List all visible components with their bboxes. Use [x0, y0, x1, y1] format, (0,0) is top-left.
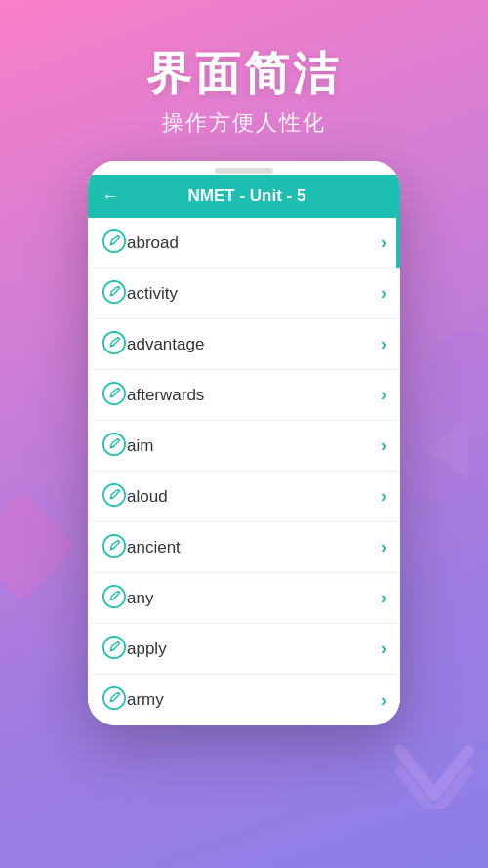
word-list: abroad› activity› advantage› afterwards›… — [88, 218, 400, 725]
word-label: advantage — [127, 335, 381, 354]
header-area: 界面简洁 操作方便人性化 — [0, 0, 488, 161]
app-header-title: NMET - Unit - 5 — [131, 186, 363, 206]
list-item[interactable]: any› — [88, 573, 400, 624]
list-item[interactable]: army› — [88, 675, 400, 725]
edit-icon — [102, 381, 127, 410]
edit-icon — [102, 685, 127, 715]
list-item[interactable]: activity› — [88, 269, 400, 319]
svg-point-8 — [103, 636, 125, 657]
edit-icon — [102, 330, 127, 359]
list-item[interactable]: aim› — [88, 421, 400, 472]
deco-circle-right — [429, 332, 488, 410]
chevron-right-icon: › — [381, 283, 386, 304]
chevron-right-icon: › — [381, 385, 386, 405]
chevron-right-icon: › — [381, 537, 386, 558]
word-label: aloud — [127, 487, 381, 507]
chevron-right-icon: › — [381, 486, 386, 507]
svg-point-7 — [103, 585, 125, 606]
list-item[interactable]: ancient› — [88, 522, 400, 573]
chevron-right-icon: › — [381, 588, 386, 608]
list-item[interactable]: aloud› — [88, 472, 400, 522]
chevron-right-icon: › — [381, 435, 386, 456]
word-label: ancient — [127, 538, 381, 558]
main-title: 界面简洁 — [0, 47, 488, 101]
chevron-right-icon: › — [381, 232, 386, 253]
active-indicator-bar — [396, 218, 400, 268]
word-label: any — [127, 589, 381, 608]
list-item[interactable]: afterwards› — [88, 370, 400, 421]
chevron-right-icon: › — [381, 334, 386, 354]
deco-diamond-left — [0, 491, 77, 601]
svg-point-1 — [103, 280, 125, 302]
svg-point-5 — [103, 483, 125, 505]
edit-icon — [102, 635, 127, 664]
svg-point-2 — [103, 331, 125, 352]
word-label: army — [127, 690, 381, 710]
edit-icon — [102, 228, 127, 258]
edit-icon — [102, 279, 127, 309]
back-button[interactable]: ← — [102, 186, 119, 207]
svg-point-3 — [103, 382, 125, 403]
edit-icon — [102, 482, 127, 512]
word-label: aim — [127, 436, 381, 456]
phone-notch — [215, 168, 273, 174]
svg-point-6 — [103, 534, 125, 556]
svg-point-0 — [103, 229, 125, 251]
word-label: afterwards — [127, 386, 381, 405]
list-item[interactable]: abroad› — [88, 218, 400, 269]
deco-chevron-bottom-right — [390, 741, 478, 809]
chevron-right-icon: › — [381, 639, 386, 659]
sub-title: 操作方便人性化 — [0, 108, 488, 138]
edit-icon — [102, 584, 127, 613]
phone-top-bar — [88, 161, 400, 175]
list-item[interactable]: advantage› — [88, 319, 400, 370]
list-item[interactable]: apply› — [88, 624, 400, 675]
edit-icon — [102, 432, 127, 461]
phone-mockup: ← NMET - Unit - 5 abroad› activity› adva… — [88, 161, 400, 725]
word-label: activity — [127, 284, 381, 304]
chevron-right-icon: › — [381, 690, 386, 711]
svg-point-9 — [103, 687, 125, 709]
app-header-bar: ← NMET - Unit - 5 — [88, 175, 400, 218]
svg-point-4 — [103, 433, 125, 454]
deco-arrow-right — [415, 410, 488, 488]
edit-icon — [102, 533, 127, 562]
word-label: abroad — [127, 233, 381, 253]
word-label: apply — [127, 640, 381, 659]
